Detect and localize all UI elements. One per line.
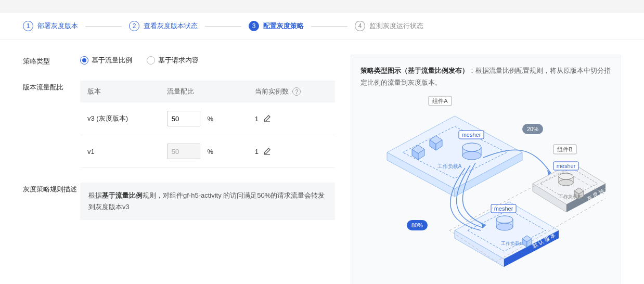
left-panel: 策略类型 基于流量比例 基于请求内容 版本流量配比 版本 — [23, 55, 335, 284]
step-num-icon: 3 — [249, 21, 259, 31]
traffic-ratio-row: 版本流量配比 版本 流量配比 当前实例数 ? — [23, 81, 335, 168]
diagram-wrapper: 组件A — [360, 95, 611, 277]
desc-label: 灰度策略规则描述 — [23, 183, 80, 220]
svg-point-14 — [462, 151, 481, 160]
instance-count: 1 — [255, 115, 259, 123]
desc-bold: 基于流量比例 — [102, 191, 143, 199]
percent-suffix: % — [207, 148, 213, 156]
help-icon[interactable]: ? — [292, 87, 301, 96]
strategy-type-radios: 基于流量比例 基于请求内容 — [80, 55, 335, 66]
cell-ratio: % — [160, 102, 248, 135]
step-divider — [85, 26, 122, 27]
radio-icon — [80, 56, 88, 64]
col-ratio: 流量配比 — [160, 81, 248, 102]
radio-by-request[interactable]: 基于请求内容 — [147, 56, 199, 65]
traffic-table-wrapper: 版本 流量配比 当前实例数 ? v3 (灰度版本) — [80, 81, 335, 168]
svg-text:组件A: 组件A — [432, 98, 448, 104]
step-num-icon: 2 — [129, 21, 139, 31]
radio-label: 基于流量比例 — [92, 56, 132, 65]
step-num-icon: 1 — [23, 21, 33, 31]
architecture-diagram: 组件A — [366, 95, 606, 277]
right-panel: 策略类型图示（基于流量比例发布）：根据流量比例配置规则，将从原版本中切分指定比例… — [351, 55, 621, 284]
table-row: v1 % 1 — [80, 135, 335, 168]
step-3[interactable]: 3 配置灰度策略 — [249, 21, 304, 31]
radio-label: 基于请求内容 — [158, 56, 199, 65]
top-spacer — [0, 0, 644, 12]
svg-text:工作负载B': 工作负载B' — [559, 194, 582, 199]
svg-text:80%: 80% — [411, 222, 423, 228]
svg-text:工作负载A: 工作负载A — [437, 163, 462, 169]
svg-text:组件B: 组件B — [557, 146, 572, 152]
step-1[interactable]: 1 部署灰度版本 — [23, 21, 78, 31]
step-4[interactable]: 4 监测灰度运行状态 — [355, 21, 423, 31]
cell-instances: 1 — [248, 135, 335, 168]
right-description: 策略类型图示（基于流量比例发布）：根据流量比例配置规则，将从原版本中切分指定比例… — [360, 64, 611, 89]
svg-point-45 — [496, 223, 513, 230]
step-label: 查看灰度版本状态 — [144, 21, 198, 31]
desc-prefix: 根据 — [88, 191, 102, 199]
radio-icon — [147, 56, 155, 64]
edit-icon[interactable] — [263, 114, 271, 123]
strategy-type-row: 策略类型 基于流量比例 基于请求内容 — [23, 55, 335, 66]
table-row: v3 (灰度版本) % 1 — [80, 102, 335, 135]
col-instances-text: 当前实例数 — [255, 87, 289, 95]
desc-row: 灰度策略规则描述 根据基于流量比例规则，对组件gf-h5-activity 的访… — [23, 183, 335, 220]
step-divider — [205, 26, 241, 27]
svg-point-15 — [462, 143, 481, 151]
radio-by-traffic[interactable]: 基于流量比例 — [80, 56, 132, 65]
instance-count: 1 — [255, 148, 259, 156]
cell-ratio: % — [160, 135, 248, 168]
svg-text:20%: 20% — [527, 126, 538, 132]
step-divider — [311, 26, 347, 27]
content: 策略类型 基于流量比例 基于请求内容 版本流量配比 版本 — [0, 40, 644, 284]
svg-text:mesher: mesher — [557, 163, 576, 169]
col-version: 版本 — [80, 81, 160, 102]
stepper: 1 部署灰度版本 2 查看灰度版本状态 3 配置灰度策略 4 监测灰度运行状态 — [0, 12, 644, 40]
step-2[interactable]: 2 查看灰度版本状态 — [129, 21, 198, 31]
cell-instances: 1 — [248, 102, 335, 135]
right-title: 策略类型图示（基于流量比例发布） — [360, 67, 469, 74]
step-num-icon: 4 — [355, 21, 365, 31]
svg-text:mesher: mesher — [494, 205, 513, 212]
svg-text:mesher: mesher — [462, 132, 481, 138]
step-label: 配置灰度策略 — [263, 21, 304, 31]
svg-point-31 — [559, 173, 573, 179]
traffic-ratio-label: 版本流量配比 — [23, 81, 80, 168]
desc-box: 根据基于流量比例规则，对组件gf-h5-activity 的访问满足50%的请求… — [80, 183, 335, 220]
svg-text:工作负载B: 工作负载B — [501, 241, 523, 246]
cell-version: v3 (灰度版本) — [80, 102, 160, 135]
svg-point-46 — [496, 216, 513, 223]
col-instances: 当前实例数 ? — [248, 81, 335, 102]
step-label: 监测灰度运行状态 — [369, 21, 423, 31]
strategy-type-label: 策略类型 — [23, 55, 80, 66]
step-label: 部署灰度版本 — [37, 21, 78, 31]
svg-point-30 — [559, 179, 573, 186]
cell-version: v1 — [80, 135, 160, 168]
edit-icon[interactable] — [263, 147, 271, 156]
svg-marker-2 — [387, 116, 522, 189]
ratio-input[interactable] — [167, 111, 200, 126]
percent-suffix: % — [207, 115, 213, 123]
traffic-table: 版本 流量配比 当前实例数 ? v3 (灰度版本) — [80, 81, 335, 168]
ratio-input-disabled — [167, 144, 200, 159]
